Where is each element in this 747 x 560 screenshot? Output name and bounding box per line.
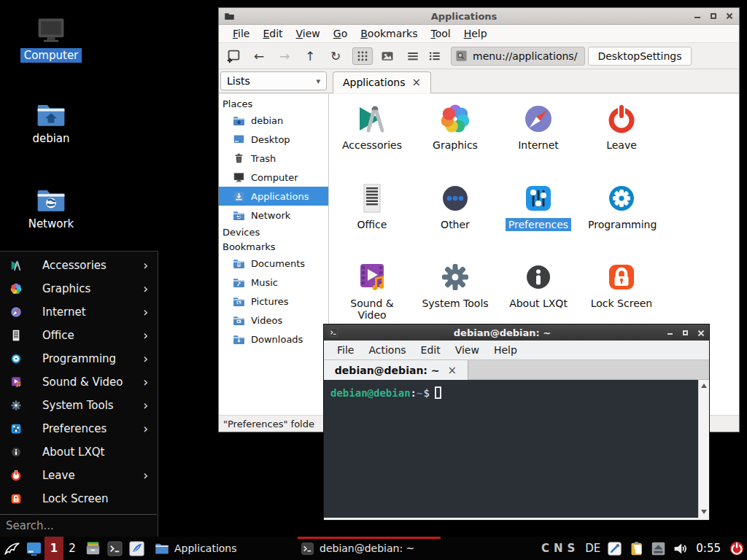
sidebar-mode-select[interactable]: Lists ▾ [220,71,327,90]
workspace-1-button[interactable]: 1 [44,537,63,560]
clipboard-tray-icon[interactable] [629,541,644,556]
menu-item-leave[interactable]: Leave › [0,464,158,487]
sidebar-item-debian[interactable]: debian [219,111,328,130]
menu-item-accessories[interactable]: Accessories › [0,254,158,277]
scroll-up-icon[interactable] [699,381,709,391]
menu-item-programming[interactable]: Programming › [0,347,158,370]
detailed-view-icon[interactable] [426,47,444,65]
menu-item-sound-video[interactable]: Sound & Video › [0,370,158,394]
fm-titlebar[interactable]: Applications [219,8,739,25]
sidebar-item-network[interactable]: Network [219,206,328,225]
volume-icon[interactable] [673,541,688,556]
app-category-lock-screen[interactable]: Lock Screen [580,260,663,310]
app-category-office[interactable]: Office [330,181,414,231]
task-button-applications[interactable]: Applications [152,537,295,560]
menu-item-label: About LXQt [42,446,104,459]
reload-icon[interactable]: ↻ [327,47,344,65]
terminal-menu-file[interactable]: File [330,343,361,357]
sidebar-item-downloads[interactable]: Downloads [219,330,328,349]
lock-icon [9,492,23,505]
show-desktop-button[interactable] [23,537,44,560]
tab-close-icon[interactable]: × [448,364,457,377]
app-category-leave[interactable]: Leave [580,101,663,152]
menu-item-internet[interactable]: Internet › [0,300,158,324]
terminal-menu-edit[interactable]: Edit [414,343,448,357]
fm-menu-go[interactable]: Go [327,26,354,41]
terminal-menu-actions[interactable]: Actions [361,343,413,357]
terminal-menu-help[interactable]: Help [487,343,525,357]
tab-close-icon[interactable]: × [411,76,421,89]
sidebar-item-computer[interactable]: Computer [219,168,328,187]
fm-menu-bookmarks[interactable]: Bookmarks [354,26,424,41]
sidebar-item-applications[interactable]: Applications [219,187,328,206]
app-category-sound-video[interactable]: Sound & Video [330,260,414,322]
desktop-icon-debian[interactable]: debian [17,99,85,145]
system-tray: C N S DE 0:55 [541,537,745,560]
submenu-arrow-icon: › [143,283,148,295]
terminal-content[interactable]: debian@debian:~$ [324,380,709,518]
up-icon[interactable]: ↑ [301,47,319,65]
terminal-tab[interactable]: debian@debian: ~ × [324,360,468,381]
app-category-about-lxqt[interactable]: About LXQt [497,260,580,310]
desktop-icon-computer[interactable]: Computer [17,15,85,62]
search-input[interactable] [0,519,157,532]
menu-item-about-lxqt[interactable]: About LXQt [0,440,158,464]
desktop: { "desktop": { "icons": [ { "label": "Co… [0,0,747,560]
workspace-2-button[interactable]: 2 [64,537,80,560]
menu-item-graphics[interactable]: Graphics › [0,277,158,300]
power-button[interactable] [729,540,745,556]
forward-icon[interactable]: → [276,47,293,65]
maximize-icon[interactable] [681,329,689,337]
app-category-graphics[interactable]: Graphics [414,101,497,152]
icon-view-toggle[interactable] [352,47,373,65]
quicklaunch-featherpad[interactable] [126,537,147,560]
fm-menu-file[interactable]: File [226,26,256,41]
thumbnail-view-icon[interactable] [379,47,396,65]
minimize-icon[interactable] [666,329,674,337]
sidebar-header-places: Places [219,96,328,111]
task-button-terminal[interactable]: debian@debian: ~ [298,537,441,560]
desktop-icon-network[interactable]: Network [17,184,85,230]
fm-menu-help[interactable]: Help [457,26,494,41]
sidebar-item-documents[interactable]: Documents [219,254,328,273]
menu-item-office[interactable]: Office › [0,324,158,347]
fm-menu-view[interactable]: View [290,26,327,41]
app-category-preferences[interactable]: Preferences [497,181,580,231]
eject-tray-icon[interactable] [651,541,666,556]
pathbar-next-segment[interactable]: DesktopSettings [588,47,691,66]
sidebar-item-videos[interactable]: Videos [219,311,328,330]
sidebar-item-pictures[interactable]: Pictures [219,292,328,311]
fm-menu-edit[interactable]: Edit [256,26,289,41]
keyboard-layout[interactable]: DE [585,542,600,555]
app-category-other[interactable]: Other [414,181,497,231]
start-menu-button[interactable] [1,537,23,560]
close-icon[interactable] [725,12,734,20]
sidebar-item-desktop[interactable]: Desktop [219,130,328,149]
close-icon[interactable] [697,329,705,337]
terminal-menu-view[interactable]: View [448,343,487,357]
terminal-titlebar[interactable]: debian@debian: ~ [324,324,709,341]
quicklaunch-file-manager[interactable] [82,537,103,560]
menu-item-lock-screen[interactable]: Lock Screen [0,487,158,510]
app-category-programming[interactable]: Programming [580,181,663,231]
fm-menu-tool[interactable]: Tool [424,26,457,41]
app-category-accessories[interactable]: Accessories [330,101,414,152]
scroll-down-icon[interactable] [699,507,709,517]
screenshot-tray-icon[interactable] [607,541,622,556]
quicklaunch-terminal[interactable] [104,537,125,560]
sidebar-item-trash[interactable]: Trash [219,149,328,168]
back-icon[interactable]: ← [250,47,268,65]
tab-applications[interactable]: Applications × [333,71,431,93]
clock[interactable]: 0:55 [696,542,721,555]
minimize-icon[interactable] [693,12,702,20]
compact-view-icon[interactable] [404,47,422,65]
menu-item-system-tools[interactable]: System Tools › [0,394,158,417]
terminal-scrollbar[interactable] [698,380,709,518]
new-tab-icon[interactable] [225,47,242,65]
app-category-internet[interactable]: Internet [497,101,580,152]
app-category-system-tools[interactable]: System Tools [414,260,497,310]
menu-item-preferences[interactable]: Preferences › [0,417,158,440]
maximize-icon[interactable] [709,12,718,20]
pathbar-current-segment[interactable]: menu://applications/ [451,47,585,66]
sidebar-item-music[interactable]: Music [219,273,328,292]
